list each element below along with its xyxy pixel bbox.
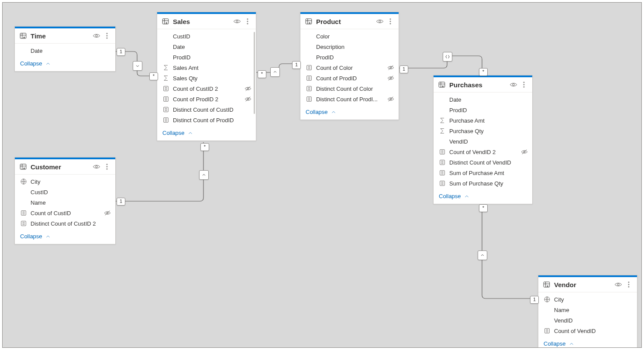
collapse-button[interactable]: Collapse bbox=[15, 230, 115, 244]
more-options-icon[interactable] bbox=[386, 17, 394, 25]
field-row[interactable]: Name bbox=[538, 305, 637, 315]
field-row[interactable]: Description bbox=[300, 41, 399, 52]
field-row[interactable]: City bbox=[15, 176, 115, 187]
collapse-button[interactable]: Collapse bbox=[300, 106, 399, 120]
field-row[interactable]: Count of CustID 2 bbox=[157, 83, 256, 94]
table-header[interactable]: Sales bbox=[157, 14, 256, 29]
chevron-up-icon bbox=[45, 61, 51, 67]
field-label: Sales Amt bbox=[173, 65, 251, 71]
table-header[interactable]: Time bbox=[15, 28, 115, 44]
filter-direction-icon[interactable] bbox=[478, 250, 487, 260]
collapse-button[interactable]: Collapse bbox=[157, 127, 256, 141]
more-options-icon[interactable] bbox=[103, 32, 111, 40]
field-row[interactable]: Sum of Purchase Amt bbox=[434, 168, 532, 178]
field-row[interactable]: Count of CustID bbox=[15, 208, 115, 218]
field-row[interactable]: Date bbox=[157, 41, 256, 52]
visibility-icon[interactable] bbox=[233, 17, 241, 25]
field-row[interactable]: CustID bbox=[15, 187, 115, 197]
field-label: Count of VendID 2 bbox=[449, 149, 521, 155]
field-row[interactable]: Purchase Qty bbox=[434, 126, 532, 136]
field-row[interactable]: Distinct Count of ProdID bbox=[157, 115, 256, 125]
more-options-icon[interactable] bbox=[520, 81, 528, 89]
field-row[interactable]: ProdID bbox=[157, 52, 256, 62]
field-row[interactable]: Distinct Count of Color bbox=[300, 83, 399, 94]
field-row[interactable]: Count of Color bbox=[300, 62, 399, 73]
hidden-eye-icon[interactable] bbox=[521, 148, 528, 155]
field-row[interactable]: Count of ProdID bbox=[300, 73, 399, 83]
field-row[interactable]: Distinct Count of ProdI... bbox=[300, 94, 399, 104]
table-card-product[interactable]: Product ColorDescriptionProdIDCount of C… bbox=[300, 12, 399, 120]
field-row[interactable]: Distinct Count of VendID bbox=[434, 157, 532, 168]
cardinality-badge[interactable]: * bbox=[200, 143, 209, 151]
hidden-eye-icon[interactable] bbox=[245, 96, 251, 103]
cardinality-badge[interactable]: 1 bbox=[117, 48, 125, 56]
table-card-time[interactable]: Time Date Collapse bbox=[14, 26, 116, 72]
collapse-button[interactable]: Collapse bbox=[538, 338, 637, 347]
hidden-eye-icon[interactable] bbox=[104, 209, 111, 216]
cardinality-badge[interactable]: * bbox=[149, 72, 158, 80]
svg-point-109 bbox=[617, 284, 620, 286]
table-icon bbox=[19, 32, 27, 40]
hidden-eye-icon[interactable] bbox=[245, 85, 251, 92]
field-row[interactable]: Purchase Amt bbox=[434, 115, 532, 126]
field-row[interactable]: Distinct Count of CustID 2 bbox=[15, 218, 115, 229]
field-label: Distinct Count of Color bbox=[316, 86, 394, 92]
collapse-button[interactable]: Collapse bbox=[15, 58, 115, 71]
visibility-icon[interactable] bbox=[614, 281, 622, 288]
cardinality-badge[interactable]: * bbox=[258, 70, 266, 78]
field-row[interactable]: Sum of Purchase Qty bbox=[434, 178, 532, 189]
svg-point-13 bbox=[247, 23, 248, 24]
visibility-icon[interactable] bbox=[93, 163, 100, 171]
table-header[interactable]: Product bbox=[300, 14, 399, 29]
hidden-eye-icon[interactable] bbox=[387, 96, 394, 103]
field-row[interactable]: CustID bbox=[157, 31, 256, 41]
filter-direction-icon[interactable] bbox=[133, 61, 142, 71]
cardinality-badge[interactable]: 1 bbox=[292, 61, 301, 69]
field-row[interactable]: Date bbox=[434, 94, 532, 105]
svg-point-39 bbox=[390, 21, 391, 22]
field-row[interactable]: Sales Amt bbox=[157, 62, 256, 73]
cardinality-badge[interactable]: 1 bbox=[399, 65, 408, 73]
measure-icon bbox=[439, 159, 446, 166]
field-row[interactable]: ProdID bbox=[300, 52, 399, 62]
table-header[interactable]: Purchases bbox=[434, 77, 532, 93]
filter-direction-icon[interactable] bbox=[443, 52, 452, 62]
hidden-eye-icon[interactable] bbox=[387, 64, 394, 71]
table-header[interactable]: Customer bbox=[15, 159, 115, 175]
table-card-purchases[interactable]: Purchases DateProdIDPurchase AmtPurchase… bbox=[433, 75, 533, 204]
collapse-button[interactable]: Collapse bbox=[434, 190, 532, 204]
svg-point-66 bbox=[513, 84, 515, 86]
table-card-vendor[interactable]: Vendor CityNameVendIDCount of VendID Col… bbox=[538, 275, 637, 347]
table-card-customer[interactable]: Customer CityCustIDNameCount of CustIDDi… bbox=[14, 157, 116, 244]
field-row[interactable]: Count of VendID bbox=[538, 326, 637, 336]
field-row[interactable]: ProdID bbox=[434, 105, 532, 115]
field-row[interactable]: Count of ProdID 2 bbox=[157, 94, 256, 104]
cardinality-badge[interactable]: * bbox=[479, 204, 488, 212]
field-row[interactable]: VendID bbox=[434, 136, 532, 147]
field-row[interactable]: Name bbox=[15, 197, 115, 208]
field-row[interactable]: Date bbox=[15, 45, 115, 56]
more-options-icon[interactable] bbox=[625, 281, 633, 288]
field-label: Count of VendID bbox=[554, 328, 633, 334]
cardinality-badge[interactable]: * bbox=[479, 68, 488, 76]
collapse-label: Collapse bbox=[20, 233, 42, 240]
visibility-icon[interactable] bbox=[376, 17, 384, 25]
filter-direction-icon[interactable] bbox=[199, 170, 209, 180]
hidden-eye-icon[interactable] bbox=[387, 75, 394, 82]
table-header[interactable]: Vendor bbox=[538, 277, 637, 292]
table-card-sales[interactable]: Sales CustIDDateProdIDSales AmtSales Qty… bbox=[157, 12, 256, 141]
field-row[interactable]: Count of VendID 2 bbox=[434, 147, 532, 157]
field-row[interactable]: VendID bbox=[538, 315, 637, 326]
cardinality-badge[interactable]: 1 bbox=[117, 198, 125, 206]
field-row[interactable]: Distinct Count of CustID bbox=[157, 104, 256, 115]
visibility-icon[interactable] bbox=[93, 32, 100, 40]
field-row[interactable]: Color bbox=[300, 31, 399, 41]
more-options-icon[interactable] bbox=[244, 17, 251, 25]
filter-direction-icon[interactable] bbox=[270, 67, 280, 77]
field-row[interactable]: City bbox=[538, 294, 637, 305]
model-diagram-canvas[interactable]: Time Date Collapse Sales bbox=[3, 3, 641, 347]
cardinality-badge[interactable]: 1 bbox=[530, 296, 539, 304]
more-options-icon[interactable] bbox=[103, 163, 111, 171]
field-row[interactable]: Sales Qty bbox=[157, 73, 256, 83]
visibility-icon[interactable] bbox=[510, 81, 517, 89]
